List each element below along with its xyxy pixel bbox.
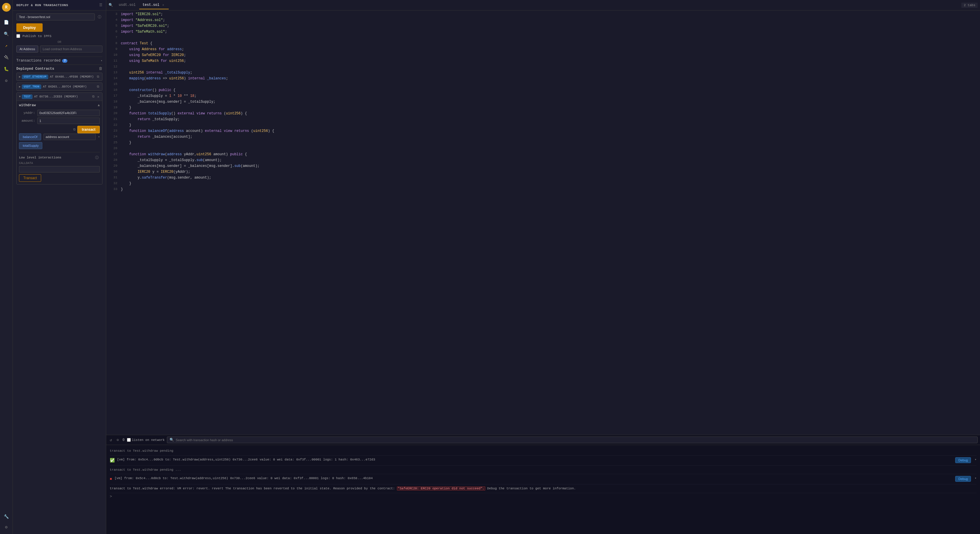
nav-icon-deploy[interactable]: ↗ [3, 42, 10, 49]
bottom-panel: ↺ ⊙ 0 listen on network 🔍 transact to Te… [106, 435, 980, 534]
error-detail-text: transact to Test.withdraw errored: VM er… [110, 487, 395, 490]
copy-icon-tron[interactable]: ⧉ [96, 84, 100, 89]
code-line-32: 32 } [106, 181, 980, 187]
balanceof-button[interactable]: balanceOf [19, 134, 41, 140]
trash-icon[interactable]: 🗑 [99, 67, 102, 71]
error-msg-header: ✖ [vm] from: 0x5c4...0d0cb to: Test.with… [110, 476, 977, 482]
console-msg-error: ✖ [vm] from: 0x5c4...0d0cb to: Test.with… [110, 474, 977, 485]
scroll-btn[interactable]: ⊙ [116, 437, 120, 443]
listen-network-checkbox[interactable] [127, 438, 131, 442]
withdraw-param-amount: amount: [19, 118, 100, 124]
code-line-7: 7 [106, 35, 980, 41]
code-line-23: 23 function balanceOf(address account) e… [106, 129, 980, 134]
contract-item-header-usdt-tron[interactable]: ▶ USDT_TRON AT 0XD03...B97C4 (MEMORY) ⧉ [17, 83, 102, 91]
transact-copy-icon[interactable]: ⧉ [73, 128, 76, 131]
transactions-recorded-row[interactable]: Transactions recorded 7 ▾ [16, 57, 102, 65]
code-line-19: 19 } [106, 105, 980, 111]
expand-btn-1[interactable]: ▾ [974, 457, 977, 462]
balanceof-select[interactable]: address account [43, 134, 96, 140]
panel-header: DEPLOY & RUN TRANSACTIONS ☰ [13, 0, 106, 11]
contract-address-tron: AT 0XD03...B97C4 (MEMORY) [43, 85, 96, 88]
file-select[interactable]: Test - browser/test.sol [16, 13, 95, 21]
copy-icon-eth[interactable]: ⧉ [96, 75, 100, 79]
tab-test-sol[interactable]: test.sol ✕ [139, 1, 169, 10]
amount-input[interactable] [37, 118, 100, 124]
code-line-26: 26 [106, 146, 980, 152]
expand-chevron-eth: ▶ [19, 75, 21, 78]
code-line-4: 4 import "Address.sol"; [106, 17, 980, 23]
nav-icon-settings[interactable]: ⚙ [3, 77, 10, 84]
listen-network-label: listen on network [132, 438, 165, 442]
console-search-icon: 🔍 [170, 438, 174, 442]
nav-icon-debug[interactable]: 🐛 [3, 65, 10, 72]
low-level-info[interactable]: ⓘ [94, 155, 100, 161]
pending-label-2: transact to Test.withdraw pending ... [110, 467, 181, 473]
transact-row: ⧉ transact [19, 126, 100, 134]
code-line-5: 5 import "SafeERC20.sol"; [106, 23, 980, 29]
yaddr-input[interactable] [37, 110, 100, 116]
transactions-label: Transactions recorded 7 [16, 59, 67, 63]
code-line-24: 24 return _balances[account]; [106, 134, 980, 140]
tab-usdt-sol[interactable]: usdt.sol [115, 1, 139, 10]
totalsupply-button[interactable]: totalSupply [19, 142, 42, 149]
console-msg-pending2: transact to Test.withdraw pending ... [110, 466, 977, 474]
contract-name-test: TEST [22, 95, 32, 99]
code-editor[interactable]: 3 import "IERC20.sol"; 4 import "Address… [106, 11, 980, 435]
nav-icon-files[interactable]: 📄 [3, 19, 10, 26]
transact-button[interactable]: transact [77, 126, 100, 134]
info-button[interactable]: ⓘ [97, 14, 102, 20]
tab-test-close[interactable]: ✕ [161, 3, 165, 7]
nav-icon-search[interactable]: 🔍 [3, 30, 10, 37]
load-contract-input[interactable] [40, 46, 102, 52]
close-icon-test[interactable]: ✕ [97, 94, 100, 99]
console-prompt: > [110, 493, 977, 500]
publish-ipfs-checkbox[interactable] [16, 34, 20, 38]
publish-row: Publish to IPFS [16, 34, 102, 38]
debug-btn-1[interactable]: Debug [955, 457, 971, 463]
tab-bar: 🔍 usdt.sol test.sol ✕ 2 tabs [106, 0, 980, 11]
low-level-transact-btn[interactable]: Transact [19, 174, 41, 182]
error-suffix: Debug the transaction to get more inform… [487, 487, 576, 490]
contract-item-header-usdt-ethereum[interactable]: ▶ USDT_ETHEREUM AT 0X486...4FE08 (MEMORY… [17, 73, 102, 81]
totalsupply-row: totalSupply [19, 142, 100, 149]
code-line-9: 9 using Address for address; [106, 47, 980, 52]
tabs-count[interactable]: 2 tabs [961, 3, 978, 8]
balanceof-row: balanceOf address account ▾ [19, 134, 100, 140]
tab-usdt-label: usdt.sol [119, 3, 136, 7]
contract-name-tron: USDT_TRON [22, 84, 41, 89]
panel-menu-icon[interactable]: ☰ [99, 3, 102, 7]
expand-chevron-tron: ▶ [19, 85, 21, 88]
contract-item-header-test[interactable]: ▼ TEST AT 0X730...2CEE6 (MEMORY) ⧉ ✕ [17, 93, 102, 101]
withdraw-collapse[interactable]: ▲ [98, 103, 100, 107]
clear-console-btn[interactable]: ↺ [108, 437, 113, 443]
console-search-input[interactable] [176, 438, 975, 442]
code-line-10: 10 using SafeERC20 for IERC20; [106, 52, 980, 58]
console-search-box[interactable]: 🔍 [167, 437, 978, 443]
balanceof-chevron[interactable]: ▾ [98, 135, 100, 138]
console-msg-error-detail: transact to Test.withdraw errored: VM er… [110, 485, 977, 493]
bottom-toolbar: ↺ ⊙ 0 listen on network 🔍 [106, 435, 980, 445]
at-address-button[interactable]: At Address [16, 46, 38, 52]
calldata-input[interactable] [19, 166, 100, 172]
error-icon: ✖ [110, 476, 112, 482]
code-line-30: 30 IERC20 y = IERC20(yAddr); [106, 169, 980, 175]
nav-icon-tools[interactable]: 🔧 [3, 513, 10, 520]
console-output[interactable]: transact to Test.withdraw pending ✅ [vm]… [106, 445, 980, 534]
expand-btn-2[interactable]: ▾ [974, 476, 977, 481]
pending-label-1: transact to Test.withdraw pending [110, 448, 173, 454]
code-line-21: 21 return _totalSupply; [106, 117, 980, 122]
code-line-29: 29 _balances[msg.sender] = _balances[msg… [106, 164, 980, 169]
expand-chevron-test: ▼ [19, 95, 21, 99]
deploy-button[interactable]: Deploy [16, 23, 43, 32]
tab-search-icon[interactable]: 🔍 [108, 3, 113, 7]
success-icon: ✅ [110, 458, 115, 464]
nav-icon-plugin[interactable]: 🔌 [3, 54, 10, 61]
withdraw-label: withdraw [19, 103, 36, 107]
copy-icon-test[interactable]: ⧉ [92, 94, 95, 99]
contract-item-usdt-tron: ▶ USDT_TRON AT 0XD03...B97C4 (MEMORY) ⧉ [16, 83, 102, 91]
nav-icon-config[interactable]: ⚙ [3, 523, 10, 531]
debug-btn-2[interactable]: Debug [955, 476, 971, 482]
code-line-14: 14 mapping(address => uint256) internal … [106, 76, 980, 82]
code-line-15: 15 [106, 82, 980, 87]
code-line-13: 13 uint256 internal _totalSupply; [106, 70, 980, 76]
